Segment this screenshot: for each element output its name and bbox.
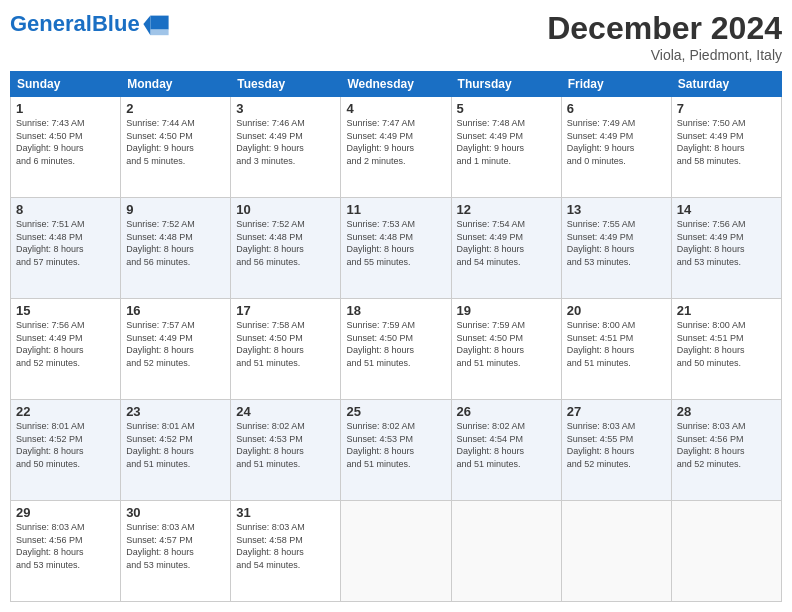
day-info: Sunrise: 7:59 AM Sunset: 4:50 PM Dayligh… <box>457 319 556 369</box>
day-header-thursday: Thursday <box>451 72 561 97</box>
calendar-table: SundayMondayTuesdayWednesdayThursdayFrid… <box>10 71 782 602</box>
logo: GeneralBlue <box>10 10 170 38</box>
calendar-cell: 19Sunrise: 7:59 AM Sunset: 4:50 PM Dayli… <box>451 299 561 400</box>
day-number: 22 <box>16 404 115 419</box>
day-info: Sunrise: 8:02 AM Sunset: 4:53 PM Dayligh… <box>236 420 335 470</box>
day-info: Sunrise: 7:59 AM Sunset: 4:50 PM Dayligh… <box>346 319 445 369</box>
calendar-cell <box>341 501 451 602</box>
calendar-cell: 28Sunrise: 8:03 AM Sunset: 4:56 PM Dayli… <box>671 400 781 501</box>
day-number: 13 <box>567 202 666 217</box>
location: Viola, Piedmont, Italy <box>547 47 782 63</box>
logo-text: GeneralBlue <box>10 13 140 35</box>
day-info: Sunrise: 7:52 AM Sunset: 4:48 PM Dayligh… <box>126 218 225 268</box>
calendar-header: SundayMondayTuesdayWednesdayThursdayFrid… <box>11 72 782 97</box>
day-info: Sunrise: 8:01 AM Sunset: 4:52 PM Dayligh… <box>16 420 115 470</box>
header-row: SundayMondayTuesdayWednesdayThursdayFrid… <box>11 72 782 97</box>
week-row-4: 22Sunrise: 8:01 AM Sunset: 4:52 PM Dayli… <box>11 400 782 501</box>
calendar-cell: 17Sunrise: 7:58 AM Sunset: 4:50 PM Dayli… <box>231 299 341 400</box>
calendar-cell: 23Sunrise: 8:01 AM Sunset: 4:52 PM Dayli… <box>121 400 231 501</box>
calendar-cell: 4Sunrise: 7:47 AM Sunset: 4:49 PM Daylig… <box>341 97 451 198</box>
day-info: Sunrise: 8:03 AM Sunset: 4:56 PM Dayligh… <box>677 420 776 470</box>
calendar-cell: 9Sunrise: 7:52 AM Sunset: 4:48 PM Daylig… <box>121 198 231 299</box>
week-row-2: 8Sunrise: 7:51 AM Sunset: 4:48 PM Daylig… <box>11 198 782 299</box>
day-info: Sunrise: 7:47 AM Sunset: 4:49 PM Dayligh… <box>346 117 445 167</box>
week-row-3: 15Sunrise: 7:56 AM Sunset: 4:49 PM Dayli… <box>11 299 782 400</box>
day-number: 30 <box>126 505 225 520</box>
calendar-cell: 13Sunrise: 7:55 AM Sunset: 4:49 PM Dayli… <box>561 198 671 299</box>
logo-icon <box>142 10 170 38</box>
svg-marker-0 <box>150 16 168 30</box>
day-info: Sunrise: 8:03 AM Sunset: 4:55 PM Dayligh… <box>567 420 666 470</box>
day-info: Sunrise: 7:49 AM Sunset: 4:49 PM Dayligh… <box>567 117 666 167</box>
day-number: 12 <box>457 202 556 217</box>
day-info: Sunrise: 7:48 AM Sunset: 4:49 PM Dayligh… <box>457 117 556 167</box>
day-info: Sunrise: 8:02 AM Sunset: 4:53 PM Dayligh… <box>346 420 445 470</box>
page: GeneralBlue December 2024 Viola, Piedmon… <box>0 0 792 612</box>
day-number: 8 <box>16 202 115 217</box>
day-info: Sunrise: 7:57 AM Sunset: 4:49 PM Dayligh… <box>126 319 225 369</box>
day-info: Sunrise: 8:02 AM Sunset: 4:54 PM Dayligh… <box>457 420 556 470</box>
day-number: 6 <box>567 101 666 116</box>
month-title: December 2024 <box>547 10 782 47</box>
week-row-5: 29Sunrise: 8:03 AM Sunset: 4:56 PM Dayli… <box>11 501 782 602</box>
calendar-cell: 7Sunrise: 7:50 AM Sunset: 4:49 PM Daylig… <box>671 97 781 198</box>
day-number: 29 <box>16 505 115 520</box>
calendar-cell: 5Sunrise: 7:48 AM Sunset: 4:49 PM Daylig… <box>451 97 561 198</box>
day-number: 16 <box>126 303 225 318</box>
day-header-monday: Monday <box>121 72 231 97</box>
day-number: 15 <box>16 303 115 318</box>
day-number: 20 <box>567 303 666 318</box>
title-block: December 2024 Viola, Piedmont, Italy <box>547 10 782 63</box>
day-number: 18 <box>346 303 445 318</box>
calendar-cell <box>451 501 561 602</box>
day-info: Sunrise: 7:56 AM Sunset: 4:49 PM Dayligh… <box>677 218 776 268</box>
day-number: 11 <box>346 202 445 217</box>
day-number: 17 <box>236 303 335 318</box>
day-info: Sunrise: 8:00 AM Sunset: 4:51 PM Dayligh… <box>677 319 776 369</box>
day-info: Sunrise: 7:44 AM Sunset: 4:50 PM Dayligh… <box>126 117 225 167</box>
calendar-cell: 2Sunrise: 7:44 AM Sunset: 4:50 PM Daylig… <box>121 97 231 198</box>
day-info: Sunrise: 8:03 AM Sunset: 4:57 PM Dayligh… <box>126 521 225 571</box>
day-info: Sunrise: 7:43 AM Sunset: 4:50 PM Dayligh… <box>16 117 115 167</box>
calendar-cell <box>561 501 671 602</box>
day-number: 28 <box>677 404 776 419</box>
svg-marker-2 <box>143 16 150 36</box>
calendar-cell: 14Sunrise: 7:56 AM Sunset: 4:49 PM Dayli… <box>671 198 781 299</box>
calendar-cell: 8Sunrise: 7:51 AM Sunset: 4:48 PM Daylig… <box>11 198 121 299</box>
day-number: 5 <box>457 101 556 116</box>
day-number: 26 <box>457 404 556 419</box>
calendar-cell: 18Sunrise: 7:59 AM Sunset: 4:50 PM Dayli… <box>341 299 451 400</box>
day-number: 25 <box>346 404 445 419</box>
day-number: 10 <box>236 202 335 217</box>
day-info: Sunrise: 8:00 AM Sunset: 4:51 PM Dayligh… <box>567 319 666 369</box>
calendar-cell: 25Sunrise: 8:02 AM Sunset: 4:53 PM Dayli… <box>341 400 451 501</box>
day-number: 24 <box>236 404 335 419</box>
day-info: Sunrise: 8:01 AM Sunset: 4:52 PM Dayligh… <box>126 420 225 470</box>
calendar-cell: 6Sunrise: 7:49 AM Sunset: 4:49 PM Daylig… <box>561 97 671 198</box>
day-info: Sunrise: 7:56 AM Sunset: 4:49 PM Dayligh… <box>16 319 115 369</box>
calendar-body: 1Sunrise: 7:43 AM Sunset: 4:50 PM Daylig… <box>11 97 782 602</box>
day-header-tuesday: Tuesday <box>231 72 341 97</box>
day-info: Sunrise: 7:53 AM Sunset: 4:48 PM Dayligh… <box>346 218 445 268</box>
day-header-wednesday: Wednesday <box>341 72 451 97</box>
day-header-saturday: Saturday <box>671 72 781 97</box>
calendar-cell: 20Sunrise: 8:00 AM Sunset: 4:51 PM Dayli… <box>561 299 671 400</box>
day-number: 27 <box>567 404 666 419</box>
calendar-cell: 15Sunrise: 7:56 AM Sunset: 4:49 PM Dayli… <box>11 299 121 400</box>
calendar-cell: 1Sunrise: 7:43 AM Sunset: 4:50 PM Daylig… <box>11 97 121 198</box>
day-number: 2 <box>126 101 225 116</box>
calendar-cell: 31Sunrise: 8:03 AM Sunset: 4:58 PM Dayli… <box>231 501 341 602</box>
calendar-cell: 26Sunrise: 8:02 AM Sunset: 4:54 PM Dayli… <box>451 400 561 501</box>
calendar-cell: 10Sunrise: 7:52 AM Sunset: 4:48 PM Dayli… <box>231 198 341 299</box>
week-row-1: 1Sunrise: 7:43 AM Sunset: 4:50 PM Daylig… <box>11 97 782 198</box>
day-number: 7 <box>677 101 776 116</box>
calendar-cell: 11Sunrise: 7:53 AM Sunset: 4:48 PM Dayli… <box>341 198 451 299</box>
day-number: 1 <box>16 101 115 116</box>
day-info: Sunrise: 7:54 AM Sunset: 4:49 PM Dayligh… <box>457 218 556 268</box>
day-number: 19 <box>457 303 556 318</box>
day-info: Sunrise: 7:58 AM Sunset: 4:50 PM Dayligh… <box>236 319 335 369</box>
day-info: Sunrise: 7:46 AM Sunset: 4:49 PM Dayligh… <box>236 117 335 167</box>
day-info: Sunrise: 7:50 AM Sunset: 4:49 PM Dayligh… <box>677 117 776 167</box>
day-info: Sunrise: 7:52 AM Sunset: 4:48 PM Dayligh… <box>236 218 335 268</box>
calendar-cell: 16Sunrise: 7:57 AM Sunset: 4:49 PM Dayli… <box>121 299 231 400</box>
